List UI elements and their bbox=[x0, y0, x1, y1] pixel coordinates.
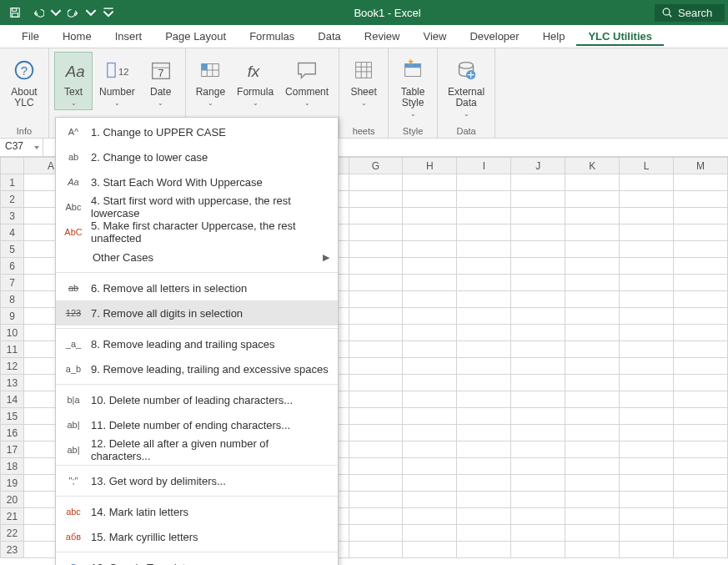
menu-item-3[interactable]: Abc4. Start first word with uppercase, t… bbox=[56, 194, 338, 219]
cell[interactable] bbox=[403, 224, 457, 241]
cell[interactable] bbox=[511, 308, 565, 325]
row-header-21[interactable]: 21 bbox=[1, 508, 24, 525]
cell[interactable] bbox=[620, 174, 674, 191]
ribbon-comment-button[interactable]: Comment⌄ bbox=[280, 52, 334, 110]
cell[interactable] bbox=[565, 291, 620, 308]
cell[interactable] bbox=[620, 458, 674, 475]
cell[interactable] bbox=[511, 492, 565, 508]
cell[interactable] bbox=[620, 341, 674, 358]
cell[interactable] bbox=[457, 341, 511, 358]
tab-review[interactable]: Review bbox=[353, 27, 412, 46]
tab-insert[interactable]: Insert bbox=[103, 27, 154, 46]
ribbon-sheet-button[interactable]: Sheet⌄ bbox=[344, 52, 383, 110]
cell[interactable] bbox=[620, 241, 674, 258]
cell[interactable] bbox=[511, 241, 565, 258]
cell[interactable] bbox=[457, 308, 511, 325]
cell[interactable] bbox=[620, 325, 674, 341]
cell[interactable] bbox=[457, 258, 511, 275]
cell[interactable] bbox=[674, 425, 728, 441]
cell[interactable] bbox=[565, 191, 620, 208]
cell[interactable] bbox=[511, 425, 565, 441]
menu-item-19[interactable]: abc14. Mark latin letters bbox=[56, 499, 338, 524]
cell[interactable] bbox=[565, 174, 620, 191]
cell[interactable] bbox=[349, 308, 403, 325]
cell[interactable] bbox=[511, 208, 565, 224]
row-header-12[interactable]: 12 bbox=[1, 358, 24, 375]
cell[interactable] bbox=[457, 425, 511, 441]
row-header-5[interactable]: 5 bbox=[1, 241, 24, 258]
cell[interactable] bbox=[565, 391, 620, 408]
cell[interactable] bbox=[457, 191, 511, 208]
cell[interactable] bbox=[620, 275, 674, 291]
cell[interactable] bbox=[620, 408, 674, 425]
tab-page-layout[interactable]: Page Layout bbox=[153, 27, 238, 46]
redo-button[interactable] bbox=[62, 1, 85, 24]
cell[interactable] bbox=[403, 258, 457, 275]
cell[interactable] bbox=[674, 391, 728, 408]
cell[interactable] bbox=[457, 391, 511, 408]
cell[interactable] bbox=[620, 475, 674, 492]
cell[interactable] bbox=[674, 358, 728, 375]
menu-item-22[interactable]: G16. Google Translate... bbox=[56, 555, 338, 565]
cell[interactable] bbox=[511, 525, 565, 542]
cell[interactable] bbox=[349, 208, 403, 224]
row-header-7[interactable]: 7 bbox=[1, 275, 24, 291]
tab-ylc-utilities[interactable]: YLC Utilities bbox=[576, 27, 664, 46]
tab-file[interactable]: File bbox=[10, 27, 51, 46]
cell[interactable] bbox=[349, 391, 403, 408]
tab-data[interactable]: Data bbox=[306, 27, 352, 46]
cell[interactable] bbox=[565, 341, 620, 358]
cell[interactable] bbox=[565, 241, 620, 258]
cell[interactable] bbox=[511, 291, 565, 308]
cell[interactable] bbox=[620, 308, 674, 325]
cell[interactable] bbox=[565, 375, 620, 391]
menu-item-7[interactable]: ab6. Remove all letters in selection bbox=[56, 275, 338, 300]
cell[interactable] bbox=[349, 508, 403, 525]
menu-item-15[interactable]: ab|12. Delete all after a given number o… bbox=[56, 437, 338, 462]
cell[interactable] bbox=[403, 391, 457, 408]
cell[interactable] bbox=[565, 408, 620, 425]
cell[interactable] bbox=[674, 458, 728, 475]
cell[interactable] bbox=[349, 458, 403, 475]
col-header-G[interactable]: G bbox=[349, 158, 403, 174]
cell[interactable] bbox=[403, 291, 457, 308]
undo-button[interactable] bbox=[27, 1, 50, 24]
cell[interactable] bbox=[511, 408, 565, 425]
cell[interactable] bbox=[620, 358, 674, 375]
cell[interactable] bbox=[674, 341, 728, 358]
menu-item-10[interactable]: _a_8. Remove leading and trailing spaces bbox=[56, 331, 338, 356]
cell[interactable] bbox=[674, 508, 728, 525]
cell[interactable] bbox=[674, 241, 728, 258]
cell[interactable] bbox=[565, 208, 620, 224]
cell[interactable] bbox=[511, 258, 565, 275]
cell[interactable] bbox=[349, 525, 403, 542]
redo-dropdown[interactable] bbox=[85, 1, 97, 24]
cell[interactable] bbox=[349, 325, 403, 341]
cell[interactable] bbox=[403, 475, 457, 492]
ribbon-number-button[interactable]: 123Number⌄ bbox=[94, 52, 140, 110]
cell[interactable] bbox=[403, 208, 457, 224]
cell[interactable] bbox=[457, 492, 511, 508]
ribbon-table-style-button[interactable]: Table Style⌄ bbox=[394, 52, 432, 121]
row-header-6[interactable]: 6 bbox=[1, 258, 24, 275]
cell[interactable] bbox=[620, 425, 674, 441]
cell[interactable] bbox=[565, 492, 620, 508]
row-header-16[interactable]: 16 bbox=[1, 425, 24, 441]
name-box[interactable]: C37 bbox=[0, 139, 43, 156]
cell[interactable] bbox=[674, 375, 728, 391]
cell[interactable] bbox=[565, 542, 620, 558]
cell[interactable] bbox=[511, 174, 565, 191]
search-box[interactable]: Search bbox=[655, 4, 725, 22]
cell[interactable] bbox=[403, 542, 457, 558]
cell[interactable] bbox=[565, 224, 620, 241]
cell[interactable] bbox=[620, 191, 674, 208]
menu-item-4[interactable]: AbC5. Make first character Uppercase, th… bbox=[56, 219, 338, 245]
ribbon-formula-button[interactable]: fxFormula⌄ bbox=[232, 52, 279, 110]
cell[interactable] bbox=[403, 325, 457, 341]
cell[interactable] bbox=[349, 191, 403, 208]
row-header-4[interactable]: 4 bbox=[1, 224, 24, 241]
cell[interactable] bbox=[674, 308, 728, 325]
cell[interactable] bbox=[620, 291, 674, 308]
menu-item-14[interactable]: ab|11. Delete number of ending character… bbox=[56, 412, 338, 437]
cell[interactable] bbox=[565, 308, 620, 325]
